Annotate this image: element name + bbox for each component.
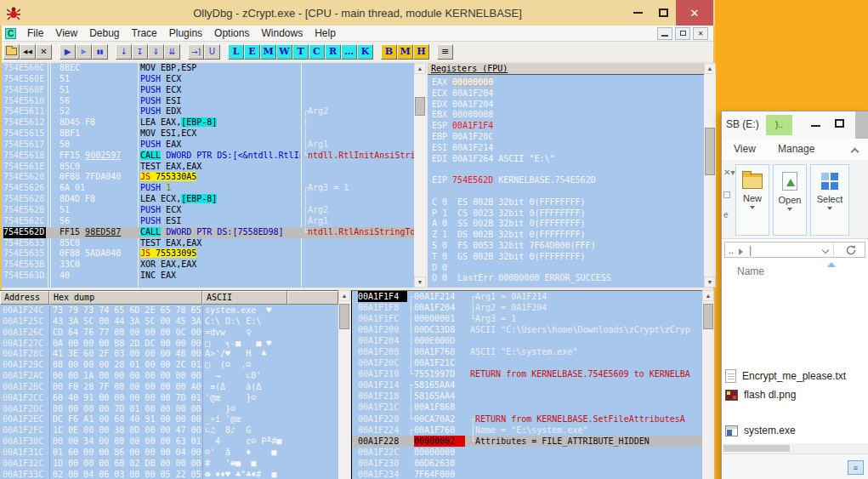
stack-row[interactable]: 00A1F210└7551997DRETURN from KERNELBASE.…	[352, 368, 702, 379]
register-row[interactable]: EBX 00000008	[428, 110, 704, 121]
dump-col-hex[interactable]: Hex dump	[49, 291, 202, 305]
run-thread-button[interactable]: ▶	[76, 44, 92, 60]
menu-plugins[interactable]: Plugins	[163, 26, 208, 41]
stack-row[interactable]: 00A1F208│00A1F760ASCII "E:\system.exe"	[352, 346, 702, 357]
disasm-row[interactable]: 754E5612·8D45 F8LEA EAX,[EBP-8]│	[2, 117, 414, 128]
mdi-close-button[interactable]: ✕	[693, 27, 708, 40]
ribbon-collapse-icon[interactable]	[851, 148, 859, 157]
disasm-row[interactable]: 754E5635·-0F88 5ADA040JS 75533095	[2, 248, 414, 259]
stack-scrollbar[interactable]: ▲	[702, 290, 714, 479]
register-row[interactable]: EDI 00A1F264 ASCII "E:\"	[428, 154, 704, 165]
windows-window-button[interactable]: W	[276, 44, 292, 60]
menu-windows[interactable]: Windows	[255, 26, 309, 41]
register-row[interactable]: EAX 00000000	[428, 77, 704, 88]
trace-over-button[interactable]: ⇊	[164, 44, 180, 60]
dump-row[interactable]: 00A1F25C43 3A 5C 00 44 3A 5C 00 45 3AC:\…	[0, 316, 338, 328]
ollydbg-titlebar[interactable]: OllyDbg - zCrypt.exe - [CPU - main threa…	[0, 0, 715, 26]
scroll-up-icon[interactable]: ▲	[704, 63, 716, 74]
register-row[interactable]: P 1 CS 0023 32bit 0(FFFFFFFF)	[428, 208, 704, 220]
register-row[interactable]: EDX 00A1F204	[428, 100, 704, 111]
dump-col-extra[interactable]	[287, 291, 338, 305]
disasm-row[interactable]: 754E5620·-0F88 7FDA040JS 755330A5	[2, 172, 414, 183]
dump-row[interactable]: 00A1F27C0A 00 00 00 B8 2D DC 00 00 00□ ╕…	[0, 339, 338, 350]
address-input[interactable]: .. |	[724, 242, 865, 258]
refresh-button[interactable]	[837, 242, 865, 257]
register-row[interactable]: EIP 754E562D KERNELBASE.754E562D	[428, 175, 704, 186]
dump-row[interactable]: 00A1F33C02 00 04 06 03 00 00 05 22 05☻ ♦…	[0, 470, 338, 479]
execute-till-return-button[interactable]: →]	[188, 44, 204, 60]
disasm-row[interactable]: 754E563D·40INC EAX	[2, 271, 414, 282]
tab-manage[interactable]: Manage	[778, 143, 814, 155]
hardware-breakpoints-window-button[interactable]: H	[413, 44, 429, 60]
hex-dump-pane[interactable]: Address Hex dump ASCII 00A1F24C73 79 73 …	[0, 290, 338, 479]
dump-scrollbar[interactable]: ▲	[338, 290, 350, 479]
dump-row[interactable]: 00A1F2AC00 00 1A 00 00 00 00 00 00 00 → …	[0, 371, 338, 382]
register-row[interactable]: ECX 00A1F204	[428, 88, 704, 100]
scroll-down-icon[interactable]: ▼	[704, 277, 716, 288]
mdi-minimize-button[interactable]	[657, 27, 672, 40]
scroll-thumb[interactable]	[339, 304, 349, 329]
disasm-row[interactable]: 754E562C·56PUSH ESI│Arg1	[2, 216, 414, 227]
dump-row[interactable]: 00A1F30C00 00 34 00 00 00 00 00 63 01 4 …	[0, 436, 338, 448]
open-button[interactable]: Open	[773, 164, 807, 236]
register-row[interactable]	[428, 186, 704, 197]
trace-into-button[interactable]: ⇓	[148, 44, 164, 60]
scroll-up-icon[interactable]: ▲	[414, 63, 426, 74]
register-row[interactable]: ESI 00A1F214	[428, 143, 704, 154]
scroll-thumb[interactable]	[723, 445, 790, 452]
stack-row[interactable]: 00A1F22C00000000	[352, 447, 702, 458]
stack-row[interactable]: 00A1F200│00DC33D8ASCII "C:\Users\home\Do…	[352, 324, 702, 335]
dump-row[interactable]: 00A1F32C1D 00 00 00 60 02 DB 00 00 00# '…	[0, 459, 338, 470]
breadcrumb[interactable]: ..	[729, 245, 734, 255]
breakpoints-window-button[interactable]: B	[381, 44, 397, 60]
drive-tools-tab[interactable]: )..	[766, 115, 792, 135]
disasm-row[interactable]: 754E5617·50PUSH EAX│Arg1	[2, 140, 414, 151]
bookmarks-window-button[interactable]: K	[357, 44, 373, 60]
log-window-button[interactable]: L	[228, 44, 244, 60]
horizontal-scrollbar[interactable]	[722, 443, 868, 453]
details-view-button[interactable]: ≡	[848, 460, 864, 475]
sort-ascending-icon[interactable]	[827, 262, 836, 267]
file-item-system-exe[interactable]: system.exe	[725, 425, 796, 436]
column-header-name[interactable]: Name	[737, 265, 764, 277]
disasm-row[interactable]: 754E5610·56PUSH ESI	[2, 96, 414, 107]
disassembly-scrollbar[interactable]: ▲ ▼	[414, 63, 426, 288]
register-row[interactable]: C 0 ES 002B 32bit 0(FFFFFFFF)	[428, 197, 704, 208]
dump-row[interactable]: 00A1F2FC1C 0E 00 00 38 0D 00 00 47 00∟♫ …	[0, 425, 338, 436]
stack-row[interactable]: 00A1F23000D62630	[352, 458, 702, 469]
close-button[interactable]: ✕	[676, 0, 713, 26]
pause-button[interactable]: ▮▮	[92, 44, 108, 60]
stack-row[interactable]: 00A1F204│000E000D	[352, 335, 702, 346]
dump-row[interactable]: 00A1F29C08 00 00 00 28 01 00 00 2C 01□ (…	[0, 360, 338, 371]
menu-options[interactable]: Options	[208, 26, 255, 41]
menu-file[interactable]: File	[21, 26, 49, 41]
stack-row[interactable]: 00A1F21C│00A1F868	[352, 402, 702, 413]
executables-window-button[interactable]: E	[244, 44, 260, 60]
register-row[interactable]: T 0 GS 002B 32bit 0(FFFFFFFF)	[428, 252, 704, 263]
stack-row[interactable]: 00A1F220└00CA70A2┌RETURN from KERNELBASE…	[352, 413, 702, 425]
register-row[interactable]	[428, 164, 704, 175]
windows-list-button[interactable]: ≡	[437, 44, 453, 60]
file-item-encrypt-me-please-txt[interactable]: Encrypt_me_please.txt	[725, 369, 846, 383]
disasm-row[interactable]: 754E5626·6A 01PUSH 1┌Arg3 = 1	[2, 183, 414, 194]
new-button[interactable]: New	[735, 164, 769, 236]
explorer-close-button[interactable]	[855, 111, 868, 139]
stack-row[interactable]: 00A1F20C│00A1F21C	[352, 357, 702, 368]
explorer-titlebar[interactable]: SB (E:) )..	[722, 111, 868, 139]
disasm-row[interactable]: 754E562B·51PUSH ECX│Arg2	[2, 205, 414, 216]
scroll-up-icon[interactable]: ▲	[338, 290, 350, 301]
disasm-row[interactable]: 754E560C·8BECMOV EBP,ESP	[2, 63, 414, 74]
dump-row[interactable]: 00A1F2BC00 F0 28 7F 00 00 00 00 00 A0 ≡(…	[0, 382, 338, 393]
references-window-button[interactable]: R	[325, 44, 341, 60]
disasm-row[interactable]: 754E563B·33C0XOR EAX,EAX	[2, 259, 414, 271]
close-process-button[interactable]: ✕	[36, 44, 52, 60]
dump-row[interactable]: 00A1F2ECDC F6 A1 00 60 40 91 00 00 00_÷í…	[0, 414, 338, 425]
file-item-flash-dl-png[interactable]: flash dl.png	[725, 389, 796, 401]
step-over-button[interactable]: ↧	[132, 44, 148, 60]
step-into-button[interactable]: ↓	[116, 44, 132, 60]
stack-row[interactable]: 00A1F1F8│00A1F204│Arg2 = 0A1F204	[352, 302, 702, 313]
dump-col-address[interactable]: Address	[0, 291, 49, 305]
disasm-row[interactable]: 754E562D·FF15 98ED587CALL DWORD PTR DS:[…	[2, 227, 414, 238]
run-trace-window-button[interactable]: …	[341, 44, 357, 60]
go-to-user-code-button[interactable]: U	[204, 44, 220, 60]
